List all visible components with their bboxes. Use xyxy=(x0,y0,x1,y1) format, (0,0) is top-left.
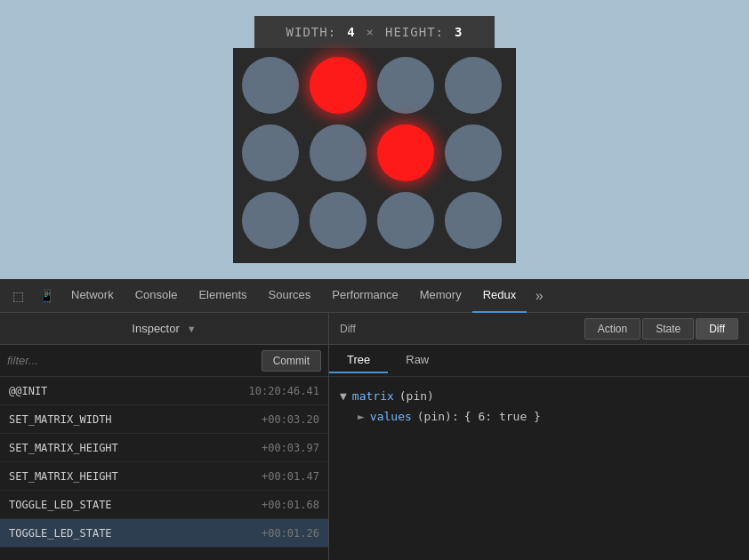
matrix-key: matrix xyxy=(352,386,394,406)
right-header: Diff Action State Diff xyxy=(329,313,749,345)
tree-content: ▼ matrix (pin) ► values (pin): { 6: true… xyxy=(329,377,749,560)
tab-console[interactable]: Console xyxy=(125,279,189,313)
stab-tree[interactable]: Tree xyxy=(329,348,388,373)
tab-elements[interactable]: Elements xyxy=(188,279,257,313)
filter-row: Commit xyxy=(0,345,328,377)
rtab-diff[interactable]: Diff xyxy=(696,318,738,340)
action-name-4: TOGGLE_LED_STATE xyxy=(9,499,112,511)
tab-redux[interactable]: Redux xyxy=(472,279,528,313)
led-3[interactable] xyxy=(445,57,502,114)
led-1[interactable] xyxy=(310,57,366,114)
values-key: values xyxy=(370,406,412,427)
led-6[interactable] xyxy=(377,124,434,181)
action-name-2: SET_MATRIX_HEIGHT xyxy=(9,442,118,454)
left-panel: Inspector ▼ Commit @@INIT10:20:46.41SET_… xyxy=(0,313,329,560)
matrix-tree-line: ▼ matrix (pin) xyxy=(340,386,738,406)
action-row-5[interactable]: TOGGLE_LED_STATE+00:01.26 xyxy=(0,519,328,548)
action-time-1: +00:03.20 xyxy=(262,413,319,426)
rtab-state[interactable]: State xyxy=(642,318,694,340)
matrix-container: WIDTH: 4 × HEIGHT: 3 xyxy=(233,16,516,263)
tab-memory[interactable]: Memory xyxy=(409,279,472,313)
tab-sources[interactable]: Sources xyxy=(258,279,322,313)
led-9[interactable] xyxy=(310,192,366,249)
action-time-3: +00:01.47 xyxy=(262,470,319,483)
action-list[interactable]: @@INIT10:20:46.41SET_MATRIX_WIDTH+00:03.… xyxy=(0,377,328,560)
height-label: HEIGHT: xyxy=(385,25,444,39)
action-row-2[interactable]: SET_MATRIX_HEIGHT+00:03.97 xyxy=(0,434,328,462)
led-8[interactable] xyxy=(242,192,299,249)
action-row-0[interactable]: @@INIT10:20:46.41 xyxy=(0,377,328,405)
width-label: WIDTH: xyxy=(286,25,337,39)
led-grid xyxy=(233,48,516,263)
devtools-panel: ⬚ 📱 Network Console Elements Sources Per… xyxy=(0,279,749,560)
devtools-tabs: ⬚ 📱 Network Console Elements Sources Per… xyxy=(0,279,749,313)
commit-button[interactable]: Commit xyxy=(262,350,321,372)
action-name-3: SET_MATRIX_HEIGHT xyxy=(9,470,118,483)
action-row-4[interactable]: TOGGLE_LED_STATE+00:01.68 xyxy=(0,491,328,519)
right-action-state-diff-tabs: Action State Diff xyxy=(584,318,738,340)
values-tree-line: ► values (pin): { 6: true } xyxy=(340,406,738,427)
action-name-0: @@INIT xyxy=(9,385,47,397)
main-area: WIDTH: 4 × HEIGHT: 3 xyxy=(0,0,749,279)
rtab-action[interactable]: Action xyxy=(584,318,640,340)
inspector-dropdown-icon[interactable]: ▼ xyxy=(187,324,197,334)
inspector-header: Inspector ▼ xyxy=(0,313,328,345)
cross-symbol: × xyxy=(366,25,374,39)
diff-label: Diff xyxy=(340,323,356,335)
action-name-5: TOGGLE_LED_STATE xyxy=(9,527,112,540)
led-4[interactable] xyxy=(242,124,299,181)
devtools-body: Inspector ▼ Commit @@INIT10:20:46.41SET_… xyxy=(0,313,749,560)
action-time-0: 10:20:46.41 xyxy=(249,385,319,397)
width-value: 4 xyxy=(347,25,355,39)
values-content: { 6: true } xyxy=(464,406,541,427)
action-row-1[interactable]: SET_MATRIX_WIDTH+00:03.20 xyxy=(0,405,328,434)
action-time-5: +00:01.26 xyxy=(262,527,319,540)
matrix-hint: (pin) xyxy=(399,386,434,406)
tab-performance[interactable]: Performance xyxy=(321,279,408,313)
cursor-icon[interactable]: ⬚ xyxy=(4,279,32,313)
action-row-3[interactable]: SET_MATRIX_HEIGHT+00:01.47 xyxy=(0,462,328,491)
tab-network[interactable]: Network xyxy=(60,279,125,313)
stab-raw[interactable]: Raw xyxy=(388,348,447,373)
filter-input[interactable] xyxy=(7,354,254,367)
values-arrow-icon[interactable]: ► xyxy=(358,406,365,427)
matrix-arrow-icon[interactable]: ▼ xyxy=(340,386,347,406)
dimension-bar: WIDTH: 4 × HEIGHT: 3 xyxy=(254,16,495,48)
action-name-1: SET_MATRIX_WIDTH xyxy=(9,413,112,426)
inspector-label: Inspector xyxy=(132,322,179,335)
mobile-icon[interactable]: 📱 xyxy=(32,279,60,313)
led-7[interactable] xyxy=(445,124,502,181)
action-time-4: +00:01.68 xyxy=(262,499,319,511)
led-11[interactable] xyxy=(445,192,502,249)
right-panel: Diff Action State Diff Tree Raw ▼ matrix… xyxy=(329,313,749,560)
sub-tabs: Tree Raw xyxy=(329,345,749,377)
led-5[interactable] xyxy=(310,124,366,181)
values-hint: (pin): xyxy=(417,406,459,427)
led-10[interactable] xyxy=(377,192,434,249)
height-value: 3 xyxy=(455,25,463,39)
more-tabs-button[interactable]: » xyxy=(527,279,552,313)
led-2[interactable] xyxy=(377,57,434,114)
action-time-2: +00:03.97 xyxy=(262,442,319,454)
led-0[interactable] xyxy=(242,57,299,114)
